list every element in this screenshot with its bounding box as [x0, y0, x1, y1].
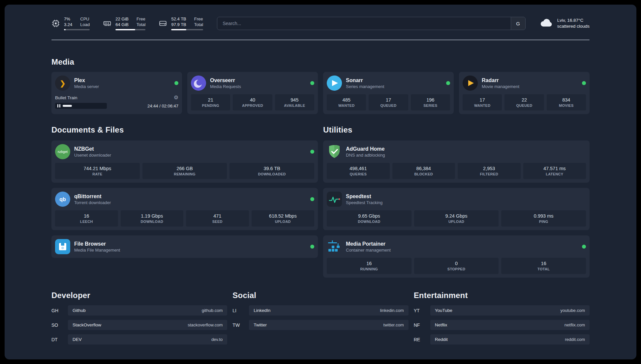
- stat-tile: 0.993 ms PING: [501, 210, 586, 227]
- bookmark-abbr: YT: [414, 308, 430, 313]
- stat-label: FILTERED: [480, 172, 498, 176]
- status-dot: [310, 150, 314, 154]
- weather-condition: scattered clouds: [557, 23, 590, 29]
- search-bar[interactable]: G: [217, 17, 525, 30]
- stat-value: 0: [455, 261, 458, 266]
- stat-value: 16: [84, 213, 89, 219]
- bookmark-twitter: TW Twitter twitter.com: [232, 320, 408, 330]
- cloud-icon: [539, 16, 553, 31]
- service-card-filebrowser[interactable]: File Browser Media File Management: [51, 235, 318, 258]
- stat-tile: 1.19 Gbps DOWNLOAD: [121, 210, 184, 227]
- stat-label: QUEUED: [381, 104, 397, 107]
- bookmark-link[interactable]: LinkedIn linkedin.com: [249, 305, 408, 316]
- service-subtitle: Series management: [346, 84, 384, 89]
- bookmark-github: GH Github github.com: [51, 305, 227, 316]
- service-subtitle: Media File Management: [74, 248, 120, 253]
- seek-bar[interactable]: [55, 103, 107, 109]
- bookmark-link[interactable]: YouTube youtube.com: [430, 305, 590, 316]
- bookmark-link[interactable]: StackOverflow stackoverflow.com: [68, 320, 227, 330]
- stat-label: WANTED: [338, 104, 354, 107]
- qbittorrent-icon: qb: [55, 192, 70, 207]
- bookmark-abbr: RE: [414, 337, 430, 342]
- bookmark-link[interactable]: Twitter twitter.com: [249, 320, 408, 330]
- service-card-adguard[interactable]: AdGuard Home DNS and adblocking 498,461 …: [323, 140, 590, 183]
- pause-icon[interactable]: [57, 104, 60, 107]
- stat-label: APPROVED: [242, 104, 263, 107]
- stat-value: 17: [480, 97, 485, 103]
- service-subtitle: Media server: [74, 84, 99, 89]
- stat-tile: 16 LEECH: [55, 210, 118, 227]
- disk-progress-bar: [171, 29, 203, 30]
- stat-label: SERIES: [423, 104, 437, 107]
- service-card-portainer[interactable]: Media Portainer Container management 16 …: [323, 235, 590, 278]
- bookmark-linkedin: LI LinkedIn linkedin.com: [232, 305, 408, 316]
- bookmark-abbr: TW: [232, 322, 249, 328]
- bookmark-group-social: Social LI LinkedIn linkedin.com TW Twitt…: [232, 291, 408, 334]
- service-subtitle: Container management: [346, 248, 391, 253]
- service-subtitle: Usenet downloader: [74, 153, 111, 158]
- service-subtitle: Torrent downloader: [74, 200, 111, 205]
- svg-text:qb: qb: [59, 197, 66, 202]
- weather-widget[interactable]: Lviv, 16.87°C scattered clouds: [539, 16, 590, 31]
- service-subtitle: DNS and adblocking: [346, 153, 385, 158]
- svg-text:nzbget: nzbget: [58, 150, 68, 154]
- resource-disk: 52.4 TB 97.9 TB Free Total: [159, 16, 203, 30]
- section-title-media: Media: [51, 57, 590, 67]
- service-card-qbittorrent[interactable]: qb qBittorrent Torrent downloader 16 LEE…: [51, 188, 318, 230]
- search-engine-button[interactable]: G: [511, 17, 525, 30]
- service-name: Radarr: [482, 77, 519, 83]
- service-subtitle: Movie management: [482, 84, 519, 89]
- service-card-plex[interactable]: ❯ Plex Media server Bullet Train ⚙: [51, 72, 182, 114]
- bookmark-group-developer: Developer GH Github github.com SO StackO…: [51, 291, 227, 349]
- service-subtitle: Media Requests: [210, 84, 241, 89]
- bookmark-abbr: LI: [232, 308, 249, 313]
- service-card-radarr[interactable]: Radarr Movie management 17 WANTED 22 QUE…: [459, 72, 590, 114]
- stat-tile: 39.6 TB DOWNLOADED: [229, 163, 314, 179]
- filebrowser-icon: [55, 239, 70, 254]
- stat-tile: 266 GB REMAINING: [142, 163, 227, 179]
- stat-value: 1.19 Gbps: [141, 213, 163, 219]
- speedtest-icon: [327, 192, 342, 207]
- status-dot: [174, 81, 178, 85]
- stat-label: WANTED: [474, 104, 490, 107]
- service-name: Media Portainer: [346, 241, 391, 247]
- stat-value: 2,953: [483, 166, 495, 171]
- overseerr-icon: [191, 76, 206, 91]
- service-card-speedtest[interactable]: Speedtest Speedtest Tracking 9.65 Gbps D…: [323, 188, 590, 230]
- weather-location: Lviv, 16.87°C: [557, 17, 590, 23]
- service-card-overseerr[interactable]: Overseerr Media Requests 21 PENDING 40 A…: [187, 72, 318, 114]
- gear-icon[interactable]: ⚙: [174, 95, 178, 100]
- bookmark-abbr: DT: [51, 337, 68, 342]
- service-name: qBittorrent: [74, 194, 111, 199]
- stat-value: 471: [213, 213, 221, 219]
- cpu-usage-value: 7%: [64, 16, 72, 22]
- stat-value: 196: [426, 97, 434, 103]
- service-card-nzbget[interactable]: nzbget NZBGet Usenet downloader 744.21 M…: [51, 140, 318, 183]
- search-input[interactable]: [217, 17, 510, 30]
- plex-now-playing: Bullet Train ⚙ 24:44 / 02:06:47: [55, 95, 178, 109]
- bookmark-link[interactable]: Github github.com: [68, 305, 227, 316]
- stat-value: 16: [366, 261, 372, 266]
- stat-value: 485: [343, 97, 351, 103]
- memory-icon: [103, 19, 111, 28]
- service-name: Overseerr: [210, 77, 241, 83]
- service-name: Speedtest: [346, 194, 382, 199]
- stat-tile: 17 WANTED: [463, 94, 502, 110]
- seek-progress: [63, 105, 72, 107]
- bookmark-link[interactable]: Netflix netflix.com: [430, 320, 590, 330]
- stat-value: 21: [208, 97, 213, 103]
- stat-label: PENDING: [202, 104, 219, 107]
- bookmark-group-entertainment: Entertainment YT YouTube youtube.com NF …: [414, 291, 590, 349]
- stat-label: UPLOAD: [448, 220, 464, 224]
- bookmark-link[interactable]: DEV dev.to: [68, 334, 227, 345]
- stat-tile: 2,953 FILTERED: [458, 163, 521, 179]
- stat-label: DOWNLOAD: [358, 220, 380, 224]
- service-name: NZBGet: [74, 146, 111, 152]
- stat-value: 945: [290, 97, 298, 103]
- topbar-divider: [51, 40, 590, 40]
- service-name: Plex: [74, 77, 99, 83]
- service-card-sonarr[interactable]: Sonarr Series management 485 WANTED 17 Q…: [323, 72, 454, 114]
- bookmark-link[interactable]: Reddit reddit.com: [430, 334, 590, 345]
- section-title-utilities: Utilities: [323, 125, 590, 135]
- plex-icon: ❯: [55, 76, 70, 91]
